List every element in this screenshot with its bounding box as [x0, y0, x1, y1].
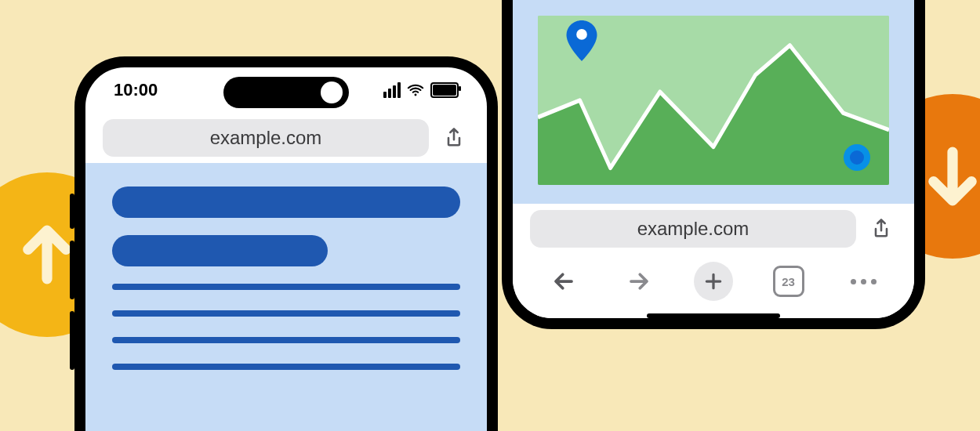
menu-button[interactable]: [844, 262, 883, 301]
tabs-count-badge: 23: [773, 266, 804, 297]
tabs-button[interactable]: 23: [769, 262, 808, 301]
address-bar-row-bottom: example.com: [513, 204, 914, 254]
back-button[interactable]: [544, 262, 583, 301]
home-indicator: [647, 313, 780, 318]
content-line-placeholder: [112, 337, 460, 343]
new-tab-button[interactable]: [694, 262, 733, 301]
content-line-placeholder: [112, 310, 460, 317]
webpage-content: [85, 163, 487, 431]
share-button[interactable]: [438, 122, 470, 154]
status-time: 10:00: [114, 80, 158, 100]
content-line-placeholder: [112, 364, 460, 370]
content-heading-placeholder: [112, 235, 328, 266]
wifi-icon: [407, 81, 424, 99]
share-button[interactable]: [866, 213, 897, 244]
svg-point-2: [576, 29, 587, 40]
svg-point-0: [415, 93, 417, 96]
dynamic-island: [223, 77, 349, 108]
location-dot-icon: [844, 144, 870, 171]
arrow-right-icon: [627, 270, 651, 293]
share-icon: [870, 218, 892, 240]
address-bar-row-top: example.com: [85, 113, 487, 163]
address-bar[interactable]: example.com: [103, 119, 429, 157]
battery-icon: [430, 82, 459, 98]
forward-button[interactable]: [619, 262, 659, 301]
arrow-left-icon: [552, 270, 575, 293]
browser-toolbar: 23: [513, 254, 914, 302]
phone-bottom-variant: example.com 23: [502, 0, 925, 329]
share-icon: [443, 127, 465, 149]
plus-icon: [703, 271, 724, 292]
illustration-stage: 10:00 example.com: [0, 0, 980, 431]
more-horizontal-icon: [851, 279, 877, 284]
status-bar: 10:00: [85, 67, 487, 113]
cellular-icon: [383, 82, 401, 98]
content-heading-placeholder: [112, 187, 460, 218]
address-bar[interactable]: example.com: [530, 210, 856, 248]
phone-top-variant: 10:00 example.com: [74, 56, 498, 431]
content-line-placeholder: [112, 284, 460, 290]
map-illustration: [538, 16, 889, 185]
map-pin-icon: [566, 20, 597, 61]
webpage-content: [513, 0, 914, 204]
